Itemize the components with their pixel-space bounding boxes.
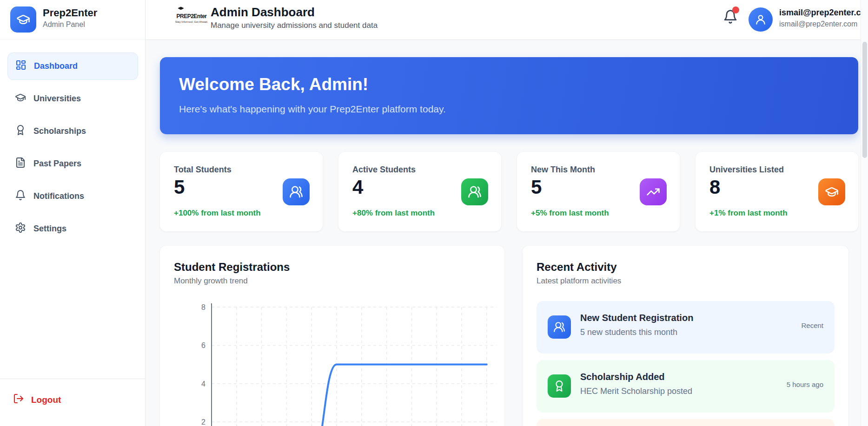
user-email: ismail@prep2enter.com	[779, 8, 868, 18]
header: PREP2Enter Stay Informed, Get Ahead. Adm…	[146, 0, 861, 40]
bell-icon	[15, 190, 26, 203]
sidebar-item-universities[interactable]: Universities	[7, 85, 138, 112]
users-icon	[283, 178, 310, 205]
logout-button[interactable]: Logout	[13, 393, 145, 406]
sidebar: Prep2Enter Admin Panel Dashboard Univers…	[0, 0, 146, 426]
notification-dot	[732, 7, 739, 13]
prep2enter-logo: PREP2Enter Stay Informed, Get Ahead.	[174, 6, 209, 33]
page-title: Admin Dashboard	[211, 5, 315, 20]
user-icon	[755, 13, 767, 26]
sidebar-footer: Logout	[0, 379, 145, 406]
avatar[interactable]	[749, 7, 773, 32]
logo-tagline: Stay Informed, Get Ahead.	[174, 20, 209, 23]
stat-label: Active Students	[352, 165, 416, 175]
sidebar-item-label: Universities	[33, 94, 81, 104]
welcome-banner: Welcome Back, Admin! Here's what's happe…	[160, 57, 858, 134]
chart-subtitle: Monthly growth trend	[174, 276, 248, 286]
page-scrollbar	[861, 0, 868, 426]
main-content: Welcome Back, Admin! Here's what's happe…	[146, 40, 861, 426]
activity-item-title: Scholarship Added	[580, 372, 665, 382]
stat-card-total-students: Total Students 5 +100% from last month	[160, 152, 323, 231]
stat-trend: +1% from last month	[709, 209, 788, 218]
activity-item-new-student-registration[interactable]: New Student Registration 5 new students …	[537, 301, 835, 354]
graduation-cap-icon	[818, 178, 845, 205]
users-icon	[548, 315, 571, 339]
award-ribbon-icon	[548, 374, 571, 398]
sidebar-item-label: Past Papers	[33, 159, 81, 169]
sidebar-item-notifications[interactable]: Notifications	[7, 183, 138, 210]
page-subtitle: Manage university admissions and student…	[211, 21, 378, 30]
activity-item-title: New Student Registration	[580, 313, 693, 323]
registrations-line-chart: 2468	[160, 297, 504, 426]
stat-label: Total Students	[174, 165, 232, 175]
stat-value: 5	[531, 176, 542, 198]
svg-text:2: 2	[201, 418, 205, 426]
stat-trend: +100% from last month	[174, 209, 261, 218]
svg-text:8: 8	[201, 303, 205, 311]
sidebar-item-settings[interactable]: Settings	[7, 215, 138, 242]
svg-text:4: 4	[201, 380, 205, 388]
sidebar-item-past-papers[interactable]: Past Papers	[7, 150, 138, 177]
stat-trend: +80% from last month	[352, 209, 435, 218]
user-email-secondary: ismail@prep2enter.com	[779, 20, 857, 28]
brand-name: Prep2Enter	[43, 7, 97, 19]
activity-item-time: Recent	[801, 321, 823, 329]
dashboard-grid-icon	[15, 59, 27, 73]
stat-label: Universities Listed	[709, 165, 784, 175]
sidebar-item-scholarships[interactable]: Scholarships	[7, 118, 138, 145]
gear-icon	[15, 222, 26, 236]
sidebar-item-label: Settings	[33, 224, 66, 234]
stat-value: 8	[709, 176, 720, 198]
document-icon	[15, 157, 26, 170]
sidebar-item-label: Notifications	[33, 191, 84, 201]
notifications-bell-button[interactable]	[723, 9, 739, 28]
brand-subtitle: Admin Panel	[43, 20, 85, 29]
sidebar-item-label: Scholarships	[33, 126, 86, 136]
stat-value: 4	[352, 176, 363, 198]
activity-item-university-updated[interactable]: University Updated	[537, 419, 835, 426]
student-registrations-panel: Student Registrations Monthly growth tre…	[160, 246, 504, 426]
stat-card-new-this-month: New This Month 5 +5% from last month	[517, 152, 680, 231]
graduation-cap-icon	[15, 92, 26, 105]
activity-title: Recent Activity	[537, 261, 617, 274]
app-root: Prep2Enter Admin Panel Dashboard Univers…	[0, 0, 868, 426]
users-icon	[461, 178, 488, 205]
sidebar-item-label: Dashboard	[34, 61, 78, 71]
stat-card-universities-listed: Universities Listed 8 +1% from last mont…	[696, 152, 858, 231]
logout-label: Logout	[31, 395, 61, 405]
brand: Prep2Enter Admin Panel	[0, 0, 145, 40]
activity-item-time: 5 hours ago	[787, 380, 823, 388]
welcome-title: Welcome Back, Admin!	[179, 75, 368, 94]
logout-icon	[13, 393, 24, 406]
stat-value: 5	[174, 176, 185, 198]
welcome-subtitle: Here's what's happening with your Prep2E…	[179, 104, 446, 115]
award-ribbon-icon	[15, 125, 26, 138]
recent-activity-panel: Recent Activity Latest platform activiti…	[523, 246, 848, 426]
stat-label: New This Month	[531, 165, 595, 175]
chart-title: Student Registrations	[174, 261, 290, 274]
activity-item-description: 5 new students this month	[580, 328, 677, 337]
svg-text:6: 6	[201, 341, 205, 349]
stat-card-active-students: Active Students 4 +80% from last month	[338, 152, 501, 231]
scrollbar-thumb[interactable]	[862, 42, 867, 158]
graduation-cap-icon	[10, 7, 36, 33]
stat-trend: +5% from last month	[531, 209, 609, 218]
trending-up-icon	[640, 178, 667, 205]
activity-item-scholarship-added[interactable]: Scholarship Added HEC Merit Scholarship …	[537, 360, 835, 413]
activity-item-description: HEC Merit Scholarship posted	[580, 387, 692, 396]
activity-subtitle: Latest platform activities	[537, 276, 621, 286]
sidebar-item-dashboard[interactable]: Dashboard	[7, 52, 138, 80]
logo-text: PREP2Enter	[174, 13, 209, 20]
sidebar-nav: Dashboard Universities Scholarships Past…	[7, 52, 138, 248]
